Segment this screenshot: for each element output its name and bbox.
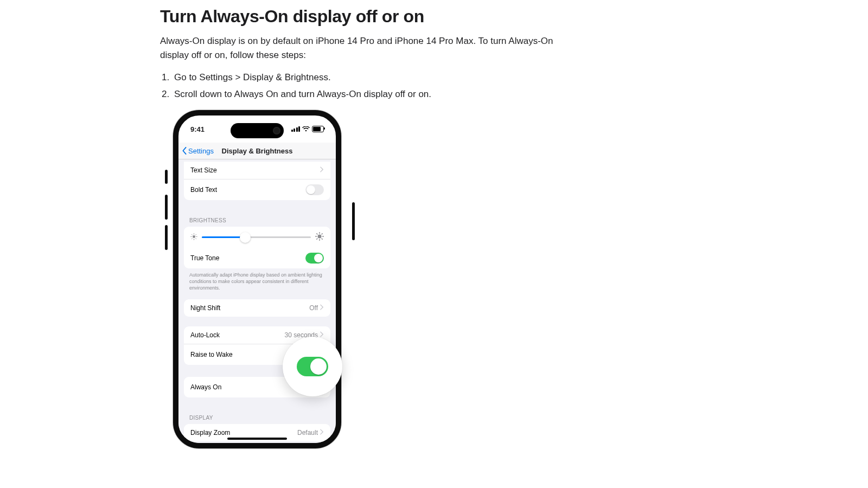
svg-line-16 (322, 234, 322, 234)
chevron-right-icon (320, 429, 324, 436)
section-header-brightness: BRIGHTNESS (178, 208, 336, 227)
chevron-right-icon (320, 166, 324, 174)
row-label: Raise to Wake (190, 351, 233, 358)
nav-bar: Settings Display & Brightness (178, 143, 336, 159)
screen-title: Display & Brightness (222, 147, 293, 155)
chevron-right-icon (320, 304, 324, 312)
article-heading: Turn Always-On display off or on (160, 7, 589, 27)
true-tone-footer: Automatically adapt iPhone display based… (178, 268, 336, 291)
article-intro: Always-On display is on by default on iP… (160, 34, 578, 62)
row-bold-text[interactable]: Bold Text (184, 179, 330, 200)
true-tone-toggle[interactable] (305, 253, 324, 264)
back-button[interactable]: Settings (178, 147, 214, 155)
row-value: Off (309, 304, 318, 312)
phone-frame: 9:41 Settings Display & Brightness (173, 110, 341, 448)
row-label: Auto-Lock (190, 331, 220, 339)
phone-side-button (165, 225, 168, 250)
cellular-icon (291, 126, 301, 132)
chevron-left-icon (182, 147, 187, 155)
bold-text-toggle[interactable] (305, 184, 324, 195)
row-label: Display Zoom (190, 429, 230, 436)
section-header-display: DISPLAY (178, 405, 336, 424)
step-item: Go to Settings > Display & Brightness. (172, 69, 589, 86)
svg-line-17 (317, 239, 317, 239)
phone-side-button (352, 202, 355, 240)
row-text-size[interactable]: Text Size (184, 162, 330, 179)
camera-icon (273, 127, 280, 134)
sun-small-icon (190, 233, 197, 242)
phone-side-button (165, 170, 168, 184)
row-label: True Tone (190, 254, 219, 262)
brightness-slider-row[interactable] (184, 227, 330, 248)
row-label: Text Size (190, 166, 217, 174)
row-label: Night Shift (190, 304, 220, 312)
svg-point-0 (193, 235, 195, 238)
svg-point-9 (318, 235, 322, 239)
settings-content: Text Size Bold Text BRIGHTNESS (178, 159, 336, 444)
always-on-toggle-zoom (297, 357, 328, 376)
brightness-slider[interactable] (202, 236, 311, 238)
svg-line-7 (196, 234, 196, 235)
home-indicator (227, 438, 287, 440)
battery-icon (312, 126, 324, 132)
steps-list: Go to Settings > Display & Brightness. S… (160, 69, 589, 102)
article-body: Turn Always-On display off or on Always-… (160, 7, 589, 448)
row-night-shift[interactable]: Night Shift Off (184, 299, 330, 317)
row-label: Bold Text (190, 186, 217, 194)
phone-side-button (165, 195, 168, 220)
display-zoom-footer: Choose a view for iPhone. Larger Text sh… (178, 441, 336, 444)
phone-screenshot: 9:41 Settings Display & Brightness (173, 110, 347, 448)
dynamic-island (231, 123, 284, 138)
svg-line-5 (192, 234, 192, 235)
svg-line-6 (196, 238, 196, 239)
wifi-icon (302, 125, 310, 133)
row-label: Always On (190, 383, 221, 391)
svg-line-14 (317, 234, 317, 234)
svg-line-15 (322, 239, 322, 239)
sun-large-icon (315, 232, 324, 242)
always-on-callout (283, 337, 342, 396)
row-true-tone[interactable]: True Tone (184, 248, 330, 268)
status-time: 9:41 (190, 125, 205, 133)
svg-line-8 (192, 238, 192, 239)
step-item: Scroll down to Always On and turn Always… (172, 86, 589, 103)
back-label: Settings (188, 147, 214, 155)
row-value: Default (297, 429, 318, 436)
